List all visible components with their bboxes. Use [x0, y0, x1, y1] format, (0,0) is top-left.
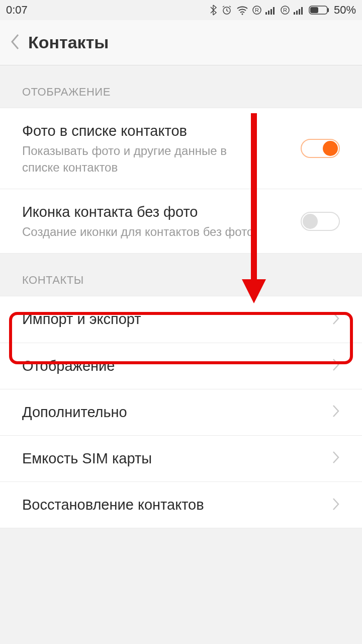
row-display[interactable]: Отображение — [0, 343, 362, 389]
row-photo-in-list[interactable]: Фото в списке контактов Показывать фото … — [0, 108, 362, 189]
chevron-right-icon — [332, 404, 340, 420]
chevron-right-icon — [332, 311, 340, 328]
signal-icon — [265, 6, 277, 15]
wifi-icon — [236, 5, 248, 15]
status-bar: 0:07 R R 50% — [0, 0, 362, 20]
svg-rect-7 — [273, 7, 275, 15]
page-title: Контакты — [28, 33, 109, 52]
registered-icon-2: R — [281, 6, 290, 15]
header: Контакты — [0, 20, 362, 65]
toggle-photo-in-list[interactable] — [301, 139, 340, 158]
alarm-icon — [221, 5, 232, 16]
svg-rect-10 — [294, 12, 295, 15]
bluetooth-icon — [210, 5, 217, 16]
registered-icon: R — [252, 6, 261, 15]
battery-percent: 50% — [334, 4, 356, 17]
svg-rect-12 — [299, 9, 300, 15]
row-title: Импорт и экспорт — [22, 309, 332, 329]
battery-icon — [309, 6, 330, 15]
section-header-display: ОТОБРАЖЕНИЕ — [0, 65, 362, 108]
svg-text:R: R — [255, 7, 259, 13]
status-time: 0:07 — [6, 4, 28, 17]
svg-text:R: R — [283, 7, 287, 13]
row-title: Дополнительно — [22, 403, 332, 422]
svg-point-1 — [241, 14, 243, 15]
svg-rect-16 — [310, 7, 318, 13]
row-sim-capacity[interactable]: Емкость SIM карты — [0, 436, 362, 482]
row-title: Восстановление контактов — [22, 495, 332, 515]
row-title: Отображение — [22, 356, 332, 376]
row-restore-contacts[interactable]: Восстановление контактов — [0, 482, 362, 528]
chevron-right-icon — [332, 358, 340, 374]
row-import-export[interactable]: Импорт и экспорт — [0, 296, 362, 343]
row-title: Емкость SIM карты — [22, 449, 332, 468]
row-contact-icon-nophoto[interactable]: Иконка контакта без фото Создание иконки… — [0, 189, 362, 254]
status-icons: R R 50% — [210, 4, 356, 17]
row-subtitle: Создание иконки для контактов без фото — [22, 224, 301, 240]
content: ОТОБРАЖЕНИЕ Фото в списке контактов Пока… — [0, 65, 362, 528]
row-subtitle: Показывать фото и другие данные в списке… — [22, 143, 248, 176]
chevron-right-icon — [332, 450, 340, 466]
row-title: Фото в списке контактов — [22, 121, 301, 141]
svg-rect-15 — [327, 8, 329, 12]
svg-rect-4 — [265, 12, 267, 15]
back-icon[interactable] — [10, 33, 20, 52]
row-additional[interactable]: Дополнительно — [0, 389, 362, 436]
chevron-right-icon — [332, 497, 340, 513]
svg-rect-5 — [268, 11, 269, 15]
toggle-contact-icon[interactable] — [301, 212, 340, 231]
signal-icon-2 — [294, 6, 305, 15]
row-title: Иконка контакта без фото — [22, 202, 301, 222]
svg-rect-6 — [270, 9, 272, 15]
svg-rect-11 — [296, 11, 298, 15]
section-header-contacts: КОНТАКТЫ — [0, 254, 362, 296]
svg-rect-13 — [301, 7, 303, 15]
